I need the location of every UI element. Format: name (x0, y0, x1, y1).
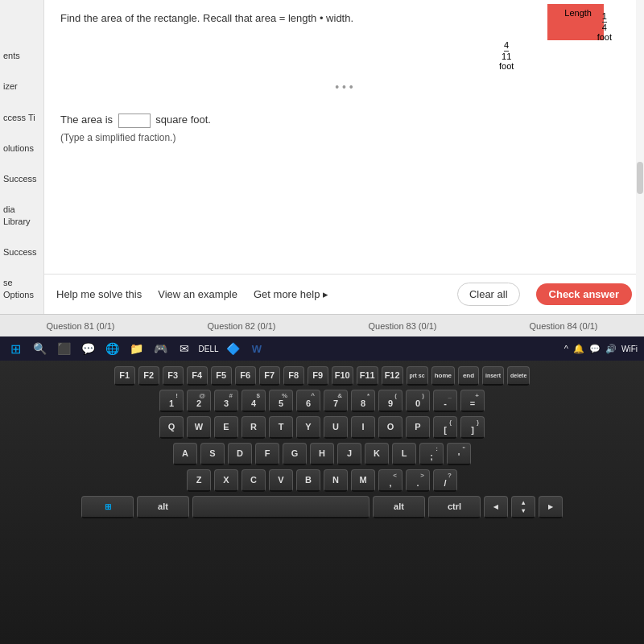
key-v[interactable]: V (269, 469, 293, 492)
key-j[interactable]: J (337, 443, 361, 465)
key-f5[interactable]: F5 (211, 366, 232, 386)
key-arrow-left[interactable]: ◂ (484, 496, 508, 518)
sidebar-item-1[interactable]: ents (0, 48, 43, 63)
dell-icon[interactable]: DELL (200, 340, 217, 357)
taskview-icon[interactable]: ⬛ (55, 340, 72, 357)
key-slash[interactable]: ?/ (433, 469, 457, 492)
key-f8[interactable]: F8 (283, 366, 304, 386)
key-b[interactable]: B (296, 469, 320, 492)
key-insert[interactable]: insert (482, 366, 504, 386)
store-icon[interactable]: 🔷 (224, 340, 242, 357)
key-delete[interactable]: delete (507, 366, 530, 386)
get-more-help-link[interactable]: Get more help ▸ (254, 288, 328, 300)
key-quote[interactable]: "' (447, 443, 471, 465)
sidebar-item-2[interactable]: izer (0, 79, 43, 93)
key-end[interactable]: end (458, 366, 479, 386)
key-f4[interactable]: F4 (187, 366, 208, 386)
key-g[interactable]: G (283, 443, 307, 465)
key-s[interactable]: S (200, 443, 225, 465)
key-o[interactable]: O (378, 416, 402, 439)
key-windows[interactable]: ⊞ (81, 496, 134, 518)
key-q[interactable]: Q (159, 416, 184, 439)
key-4[interactable]: $4 (242, 390, 266, 412)
key-f7[interactable]: F7 (259, 366, 280, 386)
key-w[interactable]: W (187, 416, 211, 439)
key-7[interactable]: &7 (324, 390, 348, 412)
sidebar-item-4[interactable]: olutions (0, 141, 43, 155)
taskbar-volume[interactable]: 🔊 (605, 344, 617, 354)
check-answer-button[interactable]: Check answer (536, 283, 632, 305)
key-3[interactable]: #3 (214, 390, 238, 412)
scrollbar-thumb[interactable] (637, 162, 643, 194)
key-prtsc[interactable]: prt sc (407, 366, 428, 386)
question-83[interactable]: Question 83 (0/1) (369, 321, 437, 331)
key-rbracket[interactable]: }] (460, 416, 485, 439)
key-semicolon[interactable]: :; (419, 443, 444, 465)
key-c[interactable]: C (242, 469, 266, 492)
sidebar-item-5[interactable]: Success (0, 171, 43, 186)
key-f[interactable]: F (255, 443, 279, 465)
key-f1[interactable]: F1 (114, 366, 135, 386)
question-82[interactable]: Question 82 (0/1) (208, 321, 276, 331)
key-lbracket[interactable]: {[ (433, 416, 457, 439)
key-h[interactable]: H (310, 443, 334, 465)
taskbar-caret[interactable]: ^ (564, 344, 568, 353)
key-k[interactable]: K (365, 443, 389, 465)
key-f10[interactable]: F10 (332, 366, 353, 386)
key-space[interactable] (192, 496, 369, 518)
explorer-icon[interactable]: 📁 (127, 340, 145, 357)
key-2[interactable]: @2 (187, 390, 211, 412)
key-x[interactable]: X (214, 469, 238, 492)
sidebar-item-8[interactable]: se Options (0, 275, 43, 302)
key-a[interactable]: A (173, 443, 197, 465)
question-84[interactable]: Question 84 (0/1) (530, 321, 598, 331)
taskbar-chat[interactable]: 💬 (589, 344, 601, 354)
key-arrow-right[interactable]: ▸ (539, 496, 563, 518)
key-f6[interactable]: F6 (235, 366, 256, 386)
key-y[interactable]: Y (296, 416, 320, 439)
key-6[interactable]: ^6 (296, 390, 320, 412)
sidebar-item-7[interactable]: Success (0, 245, 43, 259)
key-ctrl-right[interactable]: ctrl (428, 496, 481, 518)
key-r[interactable]: R (242, 416, 266, 439)
key-alt-left[interactable]: alt (137, 496, 189, 518)
teams-icon[interactable]: 💬 (79, 340, 97, 357)
view-example-link[interactable]: View an example (158, 288, 237, 300)
key-n[interactable]: N (324, 469, 348, 492)
word-icon[interactable]: W (248, 340, 266, 357)
edge-icon[interactable]: 🌐 (103, 340, 121, 357)
key-1[interactable]: !1 (159, 390, 184, 412)
key-m[interactable]: M (351, 469, 375, 492)
answer-input[interactable] (118, 114, 151, 128)
key-period[interactable]: >. (406, 469, 430, 492)
key-arrow-updown[interactable]: ▴ ▾ (511, 496, 535, 518)
key-f12[interactable]: F12 (382, 366, 403, 386)
key-e[interactable]: E (214, 416, 238, 439)
key-p[interactable]: P (406, 416, 430, 439)
key-0[interactable]: )0 (406, 390, 430, 412)
key-d[interactable]: D (228, 443, 252, 465)
key-equals[interactable]: += (460, 390, 485, 412)
sidebar-item-6[interactable]: dia Library (0, 202, 43, 229)
key-t[interactable]: T (269, 416, 293, 439)
key-alt-right[interactable]: alt (373, 496, 425, 518)
key-8[interactable]: *8 (351, 390, 375, 412)
key-5[interactable]: %5 (269, 390, 293, 412)
game-icon[interactable]: 🎮 (151, 340, 169, 357)
scrollbar[interactable] (636, 0, 644, 314)
key-z[interactable]: Z (187, 469, 211, 492)
key-minus[interactable]: _- (433, 390, 457, 412)
sidebar-item-3[interactable]: ccess Ti (0, 110, 43, 125)
taskbar-bell[interactable]: 🔔 (573, 344, 584, 354)
help-solve-link[interactable]: Help me solve this (56, 288, 142, 300)
key-f9[interactable]: F9 (308, 366, 328, 386)
key-9[interactable]: (9 (378, 390, 402, 412)
clear-all-button[interactable]: Clear all (457, 283, 520, 306)
search-taskbar-icon[interactable]: 🔍 (31, 340, 48, 357)
key-i[interactable]: I (351, 416, 375, 439)
key-home[interactable]: home (431, 366, 455, 386)
question-81[interactable]: Question 81 (0/1) (47, 321, 115, 331)
key-comma[interactable]: <, (378, 469, 402, 492)
key-f3[interactable]: F3 (163, 366, 184, 386)
mail-icon[interactable]: ✉ (175, 340, 193, 357)
